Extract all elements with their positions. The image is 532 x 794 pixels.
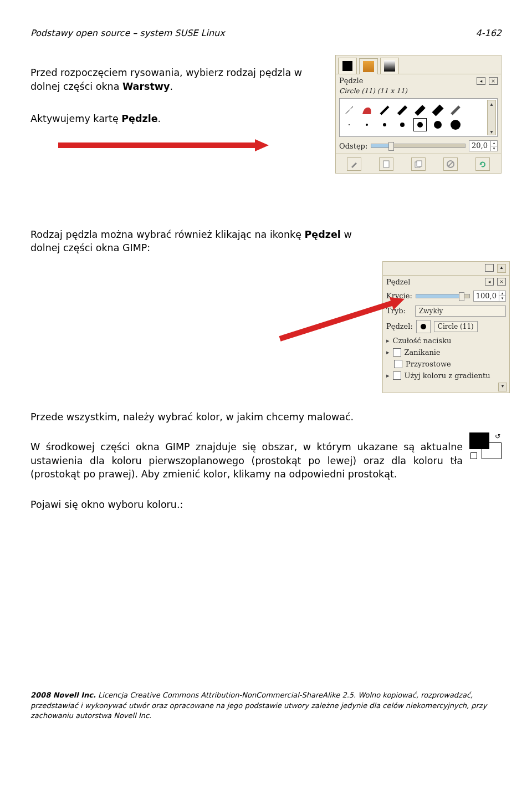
brush-name-button[interactable]: Circle (11)	[434, 321, 478, 332]
brush-swatch[interactable]	[449, 119, 462, 131]
gradient-label: Użyj koloru z gradientu	[405, 371, 490, 380]
opacity-label: Krycie:	[386, 292, 412, 300]
header-title: Podstawy open source – system SUSE Linux	[30, 28, 225, 38]
fg-color-swatch[interactable]	[469, 432, 489, 449]
brush-swatch[interactable]	[361, 119, 373, 131]
tab-gradient[interactable]	[380, 58, 399, 74]
arrow-annotation	[30, 137, 269, 154]
refresh-brushes-button[interactable]	[475, 157, 490, 171]
gradient-checkbox[interactable]	[393, 371, 401, 380]
opacity-slider[interactable]	[416, 294, 470, 298]
scroll-up-icon[interactable]: ▴	[490, 100, 493, 107]
svg-point-21	[421, 324, 426, 329]
fg-bg-color-selector[interactable]: ↺	[469, 432, 502, 459]
svg-line-22	[280, 303, 393, 339]
scroll-up-icon[interactable]: ▴	[497, 264, 506, 273]
page-header: Podstawy open source – system SUSE Linux…	[30, 28, 502, 38]
brushes-panel: Pędzle ◂ × Circle (11) (11 x 11)	[335, 55, 502, 174]
close-icon[interactable]: ×	[489, 77, 498, 85]
svg-point-10	[383, 123, 386, 126]
svg-line-4	[398, 106, 406, 114]
brush-swatch[interactable]	[414, 104, 426, 116]
brush-grid-scrollbar[interactable]: ▴ ▾	[487, 100, 496, 135]
brush-swatch[interactable]	[432, 104, 444, 116]
mode-dropdown[interactable]: Zwykły	[415, 306, 506, 317]
brush-select-label: Pędzel:	[386, 322, 413, 330]
fade-checkbox[interactable]	[393, 348, 401, 357]
svg-line-7	[452, 106, 459, 114]
spacing-label: Odstęp:	[339, 142, 367, 150]
svg-line-5	[416, 106, 424, 114]
fade-label: Zanikanie	[405, 348, 441, 357]
expander-icon[interactable]: ▸	[386, 337, 390, 344]
svg-line-2	[345, 106, 353, 114]
tab-strip	[336, 55, 501, 74]
brush-swatch[interactable]	[432, 119, 444, 131]
new-brush-button[interactable]	[379, 157, 393, 171]
svg-point-8	[349, 124, 350, 125]
opacity-spinbox[interactable]: 100,0 ▴▾	[473, 291, 506, 302]
brush-swatch[interactable]	[378, 119, 391, 131]
paragraph-5: W środkowej części okna GIMP znajduje si…	[30, 440, 463, 481]
triangle-left-icon[interactable]: ◂	[477, 77, 485, 85]
brush-preview-button[interactable]	[416, 320, 431, 333]
pressure-label: Czułość nacisku	[393, 337, 452, 345]
brushes-label: Pędzle	[339, 77, 363, 85]
brush-swatch[interactable]	[361, 104, 373, 116]
svg-marker-1	[255, 139, 269, 151]
svg-line-3	[381, 106, 388, 114]
paragraph-6: Pojawi się okno wyboru koloru.:	[30, 498, 502, 512]
svg-point-13	[434, 121, 442, 129]
paragraph-3: Rodzaj pędzla można wybrać również klika…	[30, 228, 352, 255]
brush-subtitle: Circle (11) (11 x 11)	[336, 87, 501, 97]
paragraph-1: Przed rozpoczęciem rysowania, wybierz ro…	[30, 66, 330, 93]
close-icon[interactable]: ×	[497, 278, 506, 286]
svg-rect-17	[417, 161, 422, 166]
svg-point-14	[451, 120, 461, 130]
tab-brushes[interactable]	[359, 58, 378, 74]
edit-brush-button[interactable]	[347, 157, 361, 171]
swap-colors-icon[interactable]: ↺	[495, 432, 500, 440]
scroll-down-icon[interactable]: ▾	[490, 128, 493, 135]
brush-options-panel: ▴ Pędzel ◂ × Krycie:	[382, 261, 510, 393]
spacing-slider[interactable]	[371, 144, 466, 148]
duplicate-brush-button[interactable]	[411, 157, 426, 171]
triangle-left-icon[interactable]: ◂	[485, 278, 494, 286]
svg-point-11	[400, 123, 405, 127]
expander-icon[interactable]: ▸	[386, 349, 390, 356]
delete-brush-button[interactable]	[443, 157, 458, 171]
panel-expand-icon[interactable]	[485, 264, 494, 272]
incremental-checkbox[interactable]	[394, 360, 402, 368]
tab-pattern-solid[interactable]	[338, 58, 357, 74]
brush-swatch-selected[interactable]	[414, 119, 426, 131]
scroll-down-icon[interactable]: ▾	[498, 383, 507, 391]
brush-swatch[interactable]	[343, 104, 355, 116]
svg-line-19	[448, 162, 453, 166]
brush-swatch[interactable]	[343, 119, 355, 131]
brush-swatch[interactable]	[378, 104, 391, 116]
brush-swatch[interactable]	[449, 104, 462, 116]
header-page-number: 4-162	[476, 28, 502, 38]
svg-line-6	[434, 106, 442, 114]
brush-swatch[interactable]	[396, 104, 408, 116]
brush-grid[interactable]: ▴ ▾	[339, 98, 498, 137]
svg-rect-15	[383, 161, 389, 167]
paragraph-2: Aktywujemy kartę Pędzle.	[30, 112, 330, 126]
reset-colors-icon[interactable]	[470, 452, 477, 459]
svg-point-9	[366, 124, 368, 126]
incremental-label: Przyrostowe	[406, 360, 451, 368]
expander-icon[interactable]: ▸	[386, 372, 390, 379]
paragraph-4: Przede wszystkim, należy wybrać kolor, w…	[30, 410, 502, 424]
page-footer: 2008 Novell Inc. Licencja Creative Commo…	[30, 690, 502, 721]
svg-point-12	[417, 122, 423, 128]
brush-options-label: Pędzel	[386, 278, 410, 286]
brush-swatch[interactable]	[396, 119, 408, 131]
spacing-spinbox[interactable]: 20,0 ▴▾	[469, 140, 498, 151]
mode-label: Tryb:	[386, 307, 412, 315]
